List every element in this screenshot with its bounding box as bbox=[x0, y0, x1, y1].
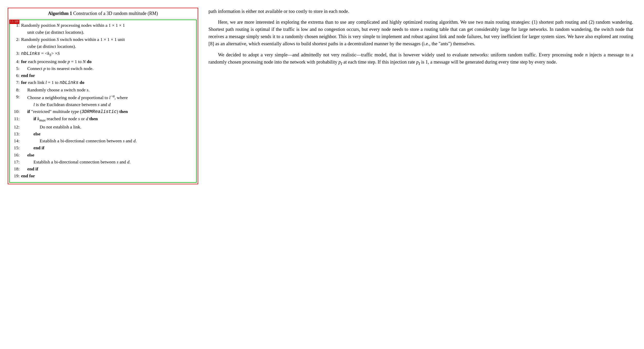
line-content: Establish a bi-directional connection be… bbox=[21, 137, 194, 144]
line-number: 11: bbox=[12, 115, 20, 122]
line-content: Choose a neighboring node d proportional… bbox=[21, 93, 194, 101]
algorithm-line: 14: Establish a bi-directional connectio… bbox=[12, 137, 194, 144]
line-content: if kmax reached for node s or d then bbox=[21, 115, 194, 123]
algorithm-line: unit cube (at distinct locations). bbox=[12, 29, 194, 36]
line-content: end for bbox=[21, 172, 194, 179]
algorithm-line: 8: Randomly choose a switch node s. bbox=[12, 86, 194, 93]
right-paragraph-3: We decided to adopt a very simple—and ad… bbox=[208, 51, 633, 66]
line-content: Establish a bi-directional connection be… bbox=[21, 159, 194, 165]
line-number: 2: bbox=[12, 36, 20, 43]
line-content: for each link l = 1 to nbLinks do bbox=[21, 79, 194, 86]
line-number: 13: bbox=[12, 130, 20, 137]
line-content: end if bbox=[21, 165, 194, 172]
right-paragraph-1: path information is either not available… bbox=[208, 8, 633, 15]
left-column: Algorithm 1 Construction of a 3D random … bbox=[8, 5, 198, 344]
algorithm-line: 11: if kmax reached for node s or d then bbox=[12, 115, 194, 123]
line-number: 5: bbox=[12, 65, 20, 72]
line-number: 12: bbox=[12, 124, 20, 130]
line-number: 7: bbox=[12, 79, 20, 86]
algorithm-line: l is the Euclidean distance between s an… bbox=[12, 101, 194, 108]
steps-badge: 1:1 100 bbox=[9, 20, 19, 24]
algorithm-line: 13: else bbox=[12, 130, 194, 137]
line-content: l is the Euclidean distance between s an… bbox=[21, 101, 194, 108]
algorithm-line: 6: end for bbox=[12, 72, 194, 79]
right-column: path information is either not available… bbox=[208, 5, 633, 344]
line-content: else bbox=[21, 152, 194, 158]
line-number: 6: bbox=[12, 72, 20, 79]
algorithm-line: 9: Choose a neighboring node d proportio… bbox=[12, 93, 194, 101]
algorithm-line: 1: Randomly position N processing nodes … bbox=[12, 22, 194, 29]
line-number: 9: bbox=[12, 93, 20, 100]
line-content: unit cube (at distinct locations). bbox=[21, 29, 194, 36]
line-content: Randomly position S switch nodes within … bbox=[21, 36, 194, 43]
algorithm-line: 4: for each processing node p = 1 to N d… bbox=[12, 58, 194, 65]
line-number: 14: bbox=[12, 137, 20, 144]
algorithm-header: Algorithm 1 Construction of a 3D random … bbox=[8, 8, 198, 19]
line-content: if "restricted" multitude type (3DRMReal… bbox=[21, 108, 194, 115]
algorithm-line: 19: end for bbox=[12, 172, 194, 179]
algorithm-line: 15: end if bbox=[12, 144, 194, 151]
algorithm-label: Algorithm 1 bbox=[48, 11, 72, 16]
line-number: 19: bbox=[12, 172, 20, 179]
line-content: end if bbox=[21, 144, 194, 151]
algorithm-steps: 1:1 100 1: Randomly position N processin… bbox=[9, 20, 197, 183]
algorithm-line: 12: Do not establish a link. bbox=[12, 124, 194, 130]
algorithm-line: 18: end if bbox=[12, 165, 194, 172]
line-content: Randomly position N processing nodes wit… bbox=[21, 22, 194, 29]
line-content: Connect p to its nearest switch node. bbox=[21, 65, 194, 72]
algorithm-line: 10: if "restricted" multitude type (3DRM… bbox=[12, 108, 194, 115]
algorithm-line: 5: Connect p to its nearest switch node. bbox=[12, 65, 194, 72]
line-number: 15: bbox=[12, 144, 20, 151]
algorithm-line: 3: nbLinks = <kS> ×S bbox=[12, 50, 194, 58]
line-number: 17: bbox=[12, 159, 20, 165]
line-content: nbLinks = <kS> ×S bbox=[21, 50, 194, 58]
line-content: cube (at distinct locations). bbox=[21, 43, 194, 50]
algorithm-line: 17: Establish a bi-directional connectio… bbox=[12, 159, 194, 165]
line-content: for each processing node p = 1 to N do bbox=[21, 58, 194, 65]
line-number: 4: bbox=[12, 58, 20, 65]
line-content: else bbox=[21, 130, 194, 137]
algorithm-box: Algorithm 1 Construction of a 3D random … bbox=[8, 8, 198, 184]
line-content: end for bbox=[21, 72, 194, 79]
algorithm-line: 2: Randomly position S switch nodes with… bbox=[12, 36, 194, 43]
line-content: Randomly choose a switch node s. bbox=[21, 86, 194, 93]
algorithm-title: Construction of a 3D random multitude (R… bbox=[73, 11, 158, 16]
right-paragraph-2: Here, we are more interested in explorin… bbox=[208, 19, 633, 47]
algorithm-line: 7: for each link l = 1 to nbLinks do bbox=[12, 79, 194, 86]
algorithm-line: 16: else bbox=[12, 152, 194, 158]
line-number: 16: bbox=[12, 152, 20, 158]
algorithm-line: cube (at distinct locations). bbox=[12, 43, 194, 50]
line-number: 3: bbox=[12, 50, 20, 57]
line-number: 8: bbox=[12, 86, 20, 93]
line-number: 10: bbox=[12, 108, 20, 115]
line-content: Do not establish a link. bbox=[21, 124, 194, 130]
line-number: 18: bbox=[12, 165, 20, 172]
